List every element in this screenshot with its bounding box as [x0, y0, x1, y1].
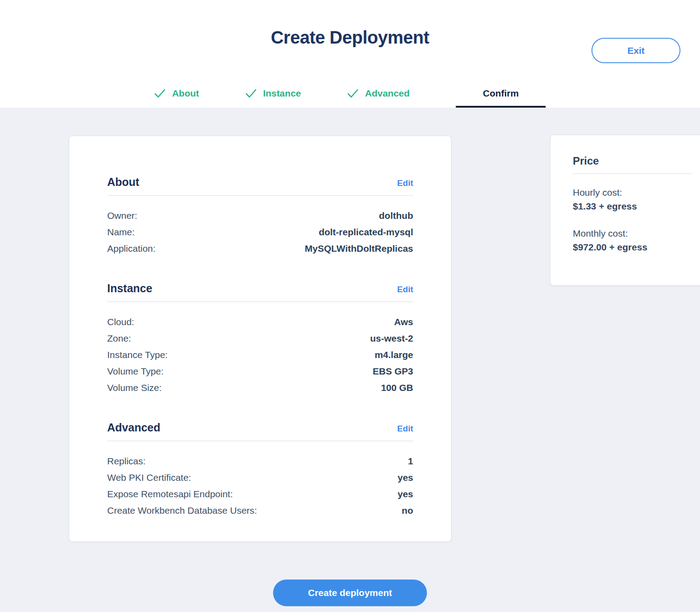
tab-advanced-label: Advanced	[365, 88, 410, 99]
monthly-cost-value: $972.00 + egress	[573, 242, 692, 253]
tab-advanced[interactable]: Confirm Advanced	[347, 79, 410, 108]
price-title: Price	[573, 155, 692, 167]
monthly-cost-item: Monthly cost: $972.00 + egress	[573, 228, 692, 253]
divider	[107, 302, 413, 302]
divider	[107, 441, 413, 441]
row-value: yes	[398, 486, 413, 502]
row-label: Volume Type:	[107, 363, 164, 379]
summary-row: Create Workbench Database Users: no	[107, 502, 413, 519]
exit-button[interactable]: Exit	[591, 38, 680, 63]
tab-confirm[interactable]: Confirm	[456, 79, 546, 108]
row-label: Zone:	[107, 330, 131, 346]
summary-card: About Edit Owner: dolthub Name: dolt-rep…	[69, 136, 451, 542]
row-label: Volume Size:	[107, 379, 162, 396]
header: Create Deployment Exit About Instance Co…	[0, 0, 700, 108]
summary-row: Web PKI Certificate: yes	[107, 469, 413, 486]
summary-row: Zone: us-west-2	[107, 330, 413, 346]
tab-confirm-label: Confirm	[483, 88, 519, 99]
summary-row: Replicas: 1	[107, 453, 413, 469]
row-value: 100 GB	[381, 379, 413, 396]
row-label: Create Workbench Database Users:	[107, 502, 257, 519]
tab-instance[interactable]: Instance	[245, 79, 301, 108]
divider	[573, 173, 692, 174]
hourly-cost-item: Hourly cost: $1.33 + egress	[573, 187, 692, 212]
summary-row: Application: MySQLWithDoltReplicas	[107, 240, 413, 257]
section-about: About Edit Owner: dolthub Name: dolt-rep…	[107, 175, 413, 257]
row-value: yes	[398, 469, 413, 486]
section-title-instance: Instance	[107, 282, 152, 295]
row-label: Name:	[107, 224, 135, 240]
section-instance: Instance Edit Cloud: Aws Zone: us-west-2…	[107, 282, 413, 396]
row-label: Application:	[107, 240, 156, 257]
tab-instance-label: Instance	[263, 88, 301, 99]
tab-about[interactable]: About	[154, 79, 199, 108]
summary-row: Volume Size: 100 GB	[107, 379, 413, 396]
row-value: EBS GP3	[373, 363, 413, 379]
row-label: Instance Type:	[107, 346, 168, 363]
row-label: Expose Remotesapi Endpoint:	[107, 486, 233, 502]
hourly-cost-label: Hourly cost:	[573, 187, 692, 198]
summary-row: Volume Type: EBS GP3	[107, 363, 413, 379]
tab-about-label: About	[172, 88, 199, 99]
row-label: Web PKI Certificate:	[107, 469, 191, 486]
row-value: MySQLWithDoltReplicas	[305, 240, 413, 257]
divider	[107, 195, 413, 196]
row-label: Owner:	[107, 207, 137, 224]
price-panel: Price Hourly cost: $1.33 + egress Monthl…	[550, 135, 700, 286]
check-icon	[347, 89, 358, 98]
summary-row: Owner: dolthub	[107, 207, 413, 224]
edit-advanced-link[interactable]: Edit	[397, 422, 413, 435]
summary-row: Expose Remotesapi Endpoint: yes	[107, 486, 413, 502]
summary-row: Cloud: Aws	[107, 314, 413, 330]
row-value: us-west-2	[370, 330, 413, 346]
row-value: Aws	[394, 314, 413, 330]
check-icon	[245, 89, 257, 98]
row-value: dolt-replicated-mysql	[319, 224, 413, 240]
hourly-cost-value: $1.33 + egress	[573, 201, 692, 212]
summary-row: Name: dolt-replicated-mysql	[107, 224, 413, 240]
row-value: 1	[408, 453, 413, 469]
summary-row: Instance Type: m4.large	[107, 346, 413, 363]
create-deployment-button[interactable]: Create deployment	[273, 580, 427, 606]
monthly-cost-label: Monthly cost:	[573, 228, 692, 239]
edit-about-link[interactable]: Edit	[397, 177, 413, 190]
section-title-about: About	[107, 175, 139, 189]
row-value: m4.large	[375, 346, 413, 363]
row-value: dolthub	[379, 207, 413, 224]
wizard-tabs: About Instance Confirm Advanced Confirm	[154, 79, 546, 108]
row-label: Cloud:	[107, 314, 134, 330]
section-advanced: Advanced Edit Replicas: 1 Web PKI Certif…	[107, 421, 413, 519]
check-icon	[154, 89, 165, 98]
section-title-advanced: Advanced	[107, 421, 160, 434]
row-label: Replicas:	[107, 453, 145, 469]
row-value: no	[402, 502, 413, 519]
edit-instance-link[interactable]: Edit	[397, 283, 413, 296]
